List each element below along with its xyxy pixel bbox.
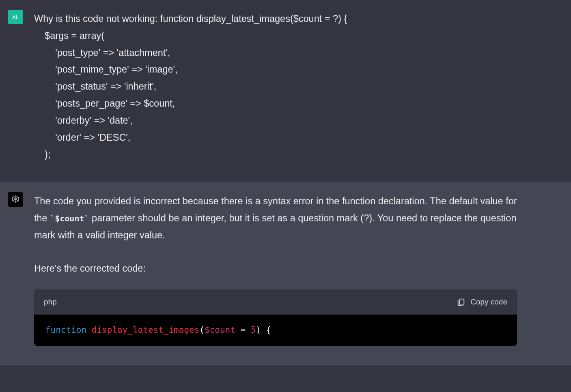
user-line: ); [34, 146, 517, 163]
user-line: 'post_type' => 'attachment', [34, 45, 517, 62]
copy-code-label: Copy code [470, 295, 507, 309]
code-token-number: 5 [251, 325, 256, 335]
text-run: parameter should be an integer, but it i… [34, 213, 516, 240]
assistant-message-content: The code you provided is incorrect becau… [34, 192, 517, 346]
user-line: 'post_mime_type' => 'image', [34, 61, 517, 78]
code-block: php Copy code function display_latest_im… [34, 289, 517, 346]
assistant-avatar [8, 192, 23, 207]
user-line: 'post_status' => 'inherit', [34, 78, 517, 95]
user-message-content: Why is this code not working: function d… [34, 10, 517, 163]
svg-rect-0 [459, 299, 464, 305]
user-avatar: AL [8, 10, 23, 24]
openai-logo-icon [10, 194, 21, 205]
inline-code: `$count` [50, 214, 89, 223]
code-token-punct: ( [199, 325, 205, 335]
clipboard-icon [457, 298, 465, 306]
code-token-keyword: function [45, 325, 86, 335]
user-line: 'posts_per_page' => $count, [34, 95, 517, 112]
code-block-body[interactable]: function display_latest_images($count = … [34, 315, 517, 346]
code-token-variable: $count [205, 325, 235, 335]
code-token-punct: ) [256, 325, 261, 335]
assistant-paragraph: Here's the corrected code: [34, 260, 517, 277]
user-line: $args = array( [34, 28, 517, 45]
code-token-punct: = [235, 325, 251, 335]
assistant-message: The code you provided is incorrect becau… [0, 182, 571, 365]
user-message: AL Why is this code not working: functio… [0, 0, 571, 182]
avatar-initials: AL [12, 14, 19, 20]
user-line: 'order' => 'DESC', [34, 129, 517, 146]
code-token-punct: { [261, 325, 271, 335]
user-line: Why is this code not working: function d… [34, 11, 517, 28]
code-token-function: display_latest_images [92, 325, 200, 335]
code-language-label: php [44, 295, 57, 309]
user-line: 'orderby' => 'date', [34, 112, 517, 129]
assistant-paragraph: The code you provided is incorrect becau… [34, 193, 517, 244]
copy-code-button[interactable]: Copy code [457, 295, 507, 309]
code-block-header: php Copy code [34, 289, 517, 315]
